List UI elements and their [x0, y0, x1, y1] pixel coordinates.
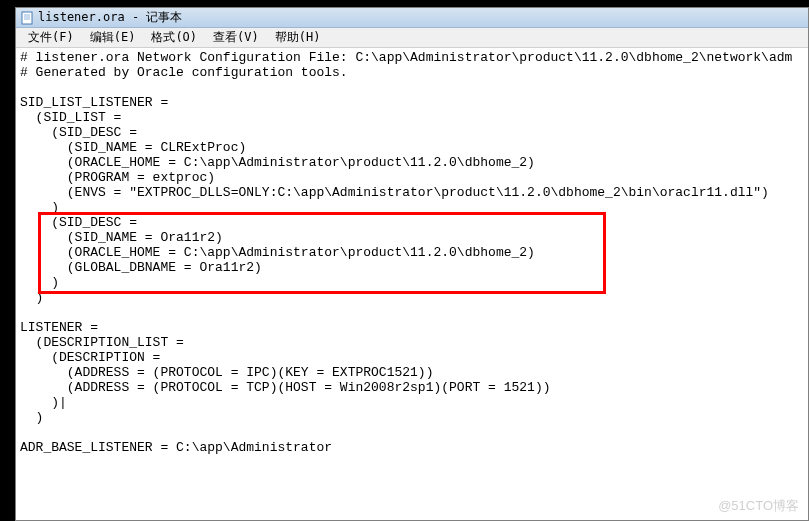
text-line: (ORACLE_HOME = C:\app\Administrator\prod… [20, 245, 535, 260]
notepad-icon [20, 11, 34, 25]
text-line: ) [20, 200, 59, 215]
text-line: (SID_NAME = CLRExtProc) [20, 140, 246, 155]
text-line: (GLOBAL_DBNAME = Ora11r2) [20, 260, 262, 275]
window-title: listener.ora - 记事本 [38, 9, 182, 26]
menubar: 文件(F) 编辑(E) 格式(O) 查看(V) 帮助(H) [16, 28, 808, 48]
text-line: LISTENER = [20, 320, 98, 335]
editor-content[interactable]: # listener.ora Network Configuration Fil… [16, 48, 808, 520]
background-terminal-strip [0, 0, 15, 521]
text-line: SID_LIST_LISTENER = [20, 95, 168, 110]
text-line: (DESCRIPTION_LIST = [20, 335, 184, 350]
text-line: # Generated by Oracle configuration tool… [20, 65, 348, 80]
text-line: ) [20, 410, 43, 425]
text-line: (SID_DESC = [20, 125, 137, 140]
text-line: ) [20, 290, 43, 305]
titlebar[interactable]: listener.ora - 记事本 [16, 8, 808, 28]
svg-rect-0 [22, 12, 32, 24]
text-line: (ADDRESS = (PROTOCOL = TCP)(HOST = Win20… [20, 380, 551, 395]
watermark: @51CTO博客 [718, 497, 799, 515]
text-line: # listener.ora Network Configuration Fil… [20, 50, 792, 65]
text-line: (ADDRESS = (PROTOCOL = IPC)(KEY = EXTPRO… [20, 365, 433, 380]
text-line: (PROGRAM = extproc) [20, 170, 215, 185]
text-line: )| [20, 395, 67, 410]
text-line: (ORACLE_HOME = C:\app\Administrator\prod… [20, 155, 535, 170]
menu-edit[interactable]: 编辑(E) [82, 27, 144, 48]
text-line: (SID_DESC = [20, 215, 137, 230]
text-line: (DESCRIPTION = [20, 350, 160, 365]
menu-view[interactable]: 查看(V) [205, 27, 267, 48]
menu-format[interactable]: 格式(O) [143, 27, 205, 48]
text-line: (ENVS = "EXTPROC_DLLS=ONLY:C:\app\Admini… [20, 185, 769, 200]
text-line: (SID_LIST = [20, 110, 121, 125]
text-line: ADR_BASE_LISTENER = C:\app\Administrator [20, 440, 332, 455]
text-line: ) [20, 275, 59, 290]
text-line: (SID_NAME = Ora11r2) [20, 230, 223, 245]
menu-file[interactable]: 文件(F) [20, 27, 82, 48]
notepad-window: listener.ora - 记事本 文件(F) 编辑(E) 格式(O) 查看(… [15, 7, 809, 521]
menu-help[interactable]: 帮助(H) [267, 27, 329, 48]
